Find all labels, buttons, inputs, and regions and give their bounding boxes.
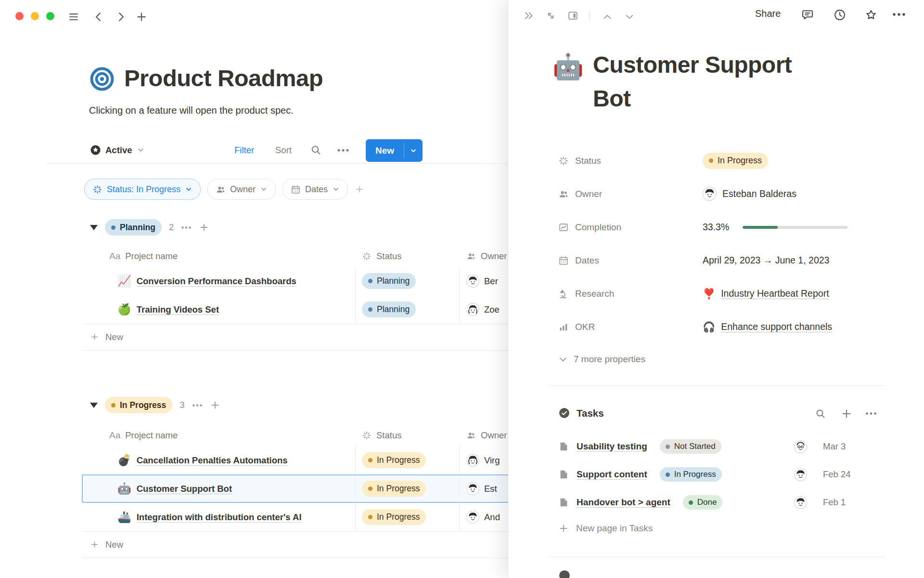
task-row[interactable]: Usability testing Not Started Mar 3 — [558, 433, 905, 460]
status-tag[interactable]: In Progress — [362, 452, 426, 468]
status-tag[interactable]: In Progress — [362, 481, 426, 497]
property-row-completion[interactable]: Completion 33.3% — [558, 210, 905, 244]
expand-page-icon[interactable] — [545, 10, 557, 22]
property-value[interactable]: April 29, 2023 → June 1, 2023 — [703, 255, 829, 266]
task-name-link[interactable]: Usability testing — [577, 441, 647, 452]
next-page-icon[interactable] — [624, 11, 635, 23]
status-tag[interactable]: Planning — [362, 273, 416, 289]
filter-chip-owner[interactable]: Owner — [207, 179, 276, 200]
property-row-research[interactable]: Research ❣️ Industry Heartbeat Report — [558, 277, 905, 310]
relation-link[interactable]: Industry Heartbeat Report — [721, 288, 829, 299]
comments-icon[interactable] — [801, 8, 814, 22]
more-properties-button[interactable]: 7 more properties — [558, 354, 645, 365]
new-button-chevron-icon[interactable] — [404, 139, 423, 162]
table-row[interactable]: 📈 Conversion Performance Dashboards Plan… — [82, 267, 508, 296]
task-name-link[interactable]: Handover bot > agent — [577, 497, 670, 508]
project-name-link[interactable]: Integration with distribution center's A… — [137, 512, 302, 523]
sort-button[interactable]: Sort — [275, 145, 292, 156]
property-value[interactable]: In Progress — [703, 153, 768, 169]
task-status-tag[interactable]: In Progress — [660, 467, 722, 482]
new-row-button[interactable]: New — [82, 324, 508, 351]
sidebar-menu-icon[interactable] — [67, 11, 80, 23]
group-header-planning[interactable]: Planning 2 — [90, 219, 209, 236]
back-icon[interactable] — [92, 11, 105, 23]
column-header-name[interactable]: Aa Project name — [82, 425, 356, 446]
collapse-triangle-icon[interactable] — [90, 225, 98, 230]
view-switcher[interactable]: Active — [90, 144, 145, 156]
task-status-tag[interactable]: Not Started — [660, 439, 721, 454]
filter-chip-status[interactable]: Status: In Progress — [84, 179, 201, 200]
tasks-search-icon[interactable] — [815, 408, 826, 420]
property-value[interactable]: 🎧 Enhance support channels — [703, 321, 832, 333]
column-header-owner[interactable]: Owner — [460, 425, 508, 446]
group-options-icon[interactable] — [192, 404, 203, 407]
page-emoji-icon: 💣 — [117, 455, 131, 466]
project-name-link[interactable]: Customer Support Bot — [137, 484, 232, 494]
more-options-icon[interactable] — [892, 13, 906, 16]
add-filter-icon[interactable] — [355, 184, 364, 194]
project-name-link[interactable]: Training Videos Set — [137, 304, 219, 315]
property-value[interactable]: 33.3% — [703, 222, 847, 233]
property-label[interactable]: Dates — [558, 255, 599, 266]
project-name-link[interactable]: Conversion Performance Dashboards — [137, 276, 296, 287]
collapse-triangle-icon[interactable] — [90, 403, 98, 408]
task-status-tag[interactable]: Done — [683, 495, 723, 510]
property-label[interactable]: Owner — [558, 189, 602, 199]
side-peek-toggle-icon[interactable] — [567, 10, 579, 22]
table-row[interactable]: 🍏 Training Videos Set Planning Zoe — [82, 295, 508, 324]
favorite-star-icon[interactable] — [864, 8, 878, 22]
tasks-options-icon[interactable] — [865, 412, 877, 415]
updates-clock-icon[interactable] — [833, 8, 847, 22]
column-header-status[interactable]: Status — [356, 425, 460, 446]
new-row-button[interactable]: New — [82, 531, 508, 558]
search-icon[interactable] — [310, 144, 322, 156]
filter-chip-dates[interactable]: Dates — [282, 179, 348, 200]
table-row[interactable]: 💣 Cancellation Penalties Automations In … — [82, 446, 508, 475]
property-row-okr[interactable]: OKR 🎧 Enhance support channels — [558, 310, 905, 343]
column-header-owner[interactable]: Owner — [460, 246, 508, 267]
group-add-icon[interactable] — [199, 222, 209, 233]
filter-button[interactable]: Filter — [234, 145, 254, 156]
project-name-link[interactable]: Cancellation Penalties Automations — [137, 455, 288, 466]
property-value[interactable]: ❣️ Industry Heartbeat Report — [703, 288, 829, 300]
property-label[interactable]: Completion — [558, 222, 621, 233]
traffic-light-minimize[interactable] — [31, 12, 39, 20]
group-options-icon[interactable] — [181, 226, 192, 229]
status-tag[interactable]: In Progress — [703, 153, 768, 169]
group-add-icon[interactable] — [210, 400, 220, 410]
tasks-add-icon[interactable] — [840, 407, 853, 420]
status-tag[interactable]: Planning — [362, 302, 416, 317]
previous-page-icon[interactable] — [602, 11, 613, 23]
page-emoji-icon[interactable]: 🤖 — [552, 54, 584, 79]
traffic-light-close[interactable] — [15, 12, 24, 20]
table-row[interactable]: 🚢 Integration with distribution center's… — [82, 503, 508, 532]
new-page-in-tasks-button[interactable]: New page in Tasks — [558, 523, 653, 534]
property-row-status[interactable]: Status In Progress — [558, 144, 905, 177]
property-label[interactable]: Status — [558, 156, 601, 166]
column-header-name[interactable]: Aa Project name — [82, 246, 356, 267]
group-tag[interactable]: Planning — [105, 219, 162, 236]
view-options-icon[interactable] — [337, 148, 349, 152]
property-label[interactable]: OKR — [558, 322, 595, 332]
page-icon-bullseye[interactable] — [90, 66, 115, 92]
property-row-owner[interactable]: Owner Esteban Balderas — [558, 177, 905, 210]
property-value[interactable]: Esteban Balderas — [703, 187, 796, 201]
new-button-label[interactable]: New — [366, 139, 404, 162]
task-row[interactable]: Support content In Progress Feb 24 — [558, 460, 905, 488]
task-row[interactable]: Handover bot > agent Done Feb 1 — [558, 488, 905, 516]
group-header-in-progress[interactable]: In Progress 3 — [90, 397, 220, 413]
new-tab-icon[interactable] — [135, 11, 148, 23]
property-label[interactable]: Research — [558, 289, 614, 299]
new-button[interactable]: New — [366, 139, 423, 162]
relation-link[interactable]: Enhance support channels — [721, 321, 832, 332]
close-peek-icon[interactable] — [523, 10, 535, 22]
traffic-light-zoom[interactable] — [46, 12, 54, 20]
status-tag[interactable]: In Progress — [362, 509, 426, 525]
column-header-status[interactable]: Status — [356, 246, 460, 267]
forward-icon[interactable] — [115, 11, 127, 23]
property-row-dates[interactable]: Dates April 29, 2023 → June 1, 2023 — [558, 244, 905, 277]
group-tag[interactable]: In Progress — [105, 397, 172, 413]
task-name-link[interactable]: Support content — [577, 469, 647, 480]
table-row-selected[interactable]: 🤖 Customer Support Bot In Progress Est — [82, 474, 508, 503]
share-button[interactable]: Share — [755, 8, 781, 19]
